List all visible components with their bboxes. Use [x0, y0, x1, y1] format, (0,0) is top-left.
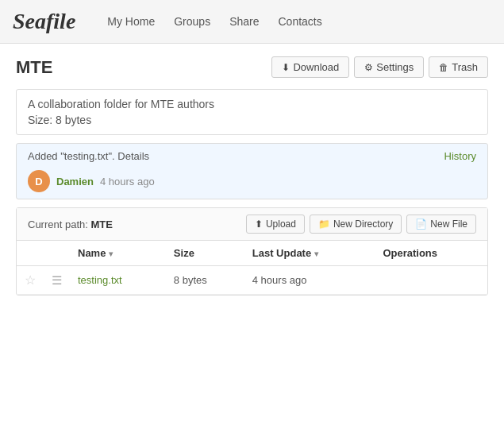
th-size: Size [166, 241, 244, 266]
new-directory-button[interactable]: 📁 New Directory [310, 215, 402, 234]
nav-item-groups[interactable]: Groups [174, 15, 210, 28]
folder-size: Size: 8 bytes [28, 114, 476, 126]
file-update-cell: 4 hours ago [244, 266, 375, 295]
history-link[interactable]: History [444, 150, 476, 162]
trash-button[interactable]: 🗑 Trash [429, 56, 488, 78]
file-type-icon: ☰ [52, 273, 62, 287]
nav-item-share[interactable]: Share [229, 15, 259, 28]
file-size-cell: 8 bytes [166, 266, 244, 295]
page-header: MTE ⬇ Download ⚙ Settings 🗑 Trash [16, 56, 488, 78]
info-box: A collaboration folder for MTE authors S… [16, 89, 488, 135]
update-sort-arrow: ▾ [314, 249, 318, 258]
settings-button[interactable]: ⚙ Settings [354, 56, 424, 78]
star-toggle[interactable]: ☆ [25, 273, 36, 287]
user-name-link[interactable]: Damien [56, 176, 94, 188]
activity-top: Added "testing.txt". Details History [17, 144, 487, 167]
file-name-cell: testing.txt [70, 266, 166, 295]
nav-item-my-home[interactable]: My Home [107, 15, 155, 28]
th-last-update[interactable]: Last Update ▾ [244, 241, 375, 266]
trash-icon: 🗑 [439, 62, 448, 73]
upload-icon: ⬆ [255, 218, 263, 230]
new-file-icon: 📄 [415, 218, 427, 230]
name-sort-arrow: ▾ [109, 249, 113, 258]
activity-box: Added "testing.txt". Details History D D… [16, 143, 488, 199]
download-icon: ⬇ [282, 62, 290, 73]
nav-links: My Home Groups Share Contacts [107, 15, 321, 28]
th-name[interactable]: Name ▾ [70, 241, 166, 266]
file-table: Name ▾ Size Last Update ▾ Operations ☆ [17, 241, 487, 295]
activity-message: Added "testing.txt". Details [28, 150, 149, 162]
file-icon-cell: ☰ [44, 266, 70, 295]
activity-user: D Damien 4 hours ago [17, 167, 487, 199]
table-header-row: Name ▾ Size Last Update ▾ Operations [17, 241, 487, 266]
folder-description: A collaboration folder for MTE authors [28, 98, 476, 110]
file-name-link[interactable]: testing.txt [78, 274, 122, 286]
activity-time: 4 hours ago [100, 176, 155, 188]
th-icon [44, 241, 70, 266]
new-directory-icon: 📁 [318, 218, 330, 230]
header-buttons: ⬇ Download ⚙ Settings 🗑 Trash [271, 56, 488, 78]
file-browser: Current path: MTE ⬆ Upload 📁 New Directo… [16, 207, 488, 296]
star-cell: ☆ [17, 266, 44, 295]
th-operations: Operations [375, 241, 487, 266]
browser-header: Current path: MTE ⬆ Upload 📁 New Directo… [17, 208, 487, 241]
app-logo: Seafile [13, 9, 75, 34]
nav-bar: Seafile My Home Groups Share Contacts [0, 0, 504, 44]
nav-item-contacts[interactable]: Contacts [279, 15, 322, 28]
details-link[interactable]: Details [117, 150, 149, 162]
user-avatar: D [28, 170, 50, 192]
main-content: MTE ⬇ Download ⚙ Settings 🗑 Trash A coll… [0, 44, 504, 433]
page-title: MTE [16, 57, 52, 78]
file-operations-cell [375, 266, 487, 295]
table-row: ☆ ☰ testing.txt 8 bytes 4 hours ago [17, 266, 487, 295]
th-star [17, 241, 44, 266]
settings-icon: ⚙ [364, 62, 373, 73]
download-button[interactable]: ⬇ Download [271, 56, 349, 78]
new-file-button[interactable]: 📄 New File [406, 215, 476, 234]
upload-button[interactable]: ⬆ Upload [246, 215, 305, 234]
browser-actions: ⬆ Upload 📁 New Directory 📄 New File [246, 215, 476, 234]
current-path: Current path: MTE [28, 218, 113, 230]
